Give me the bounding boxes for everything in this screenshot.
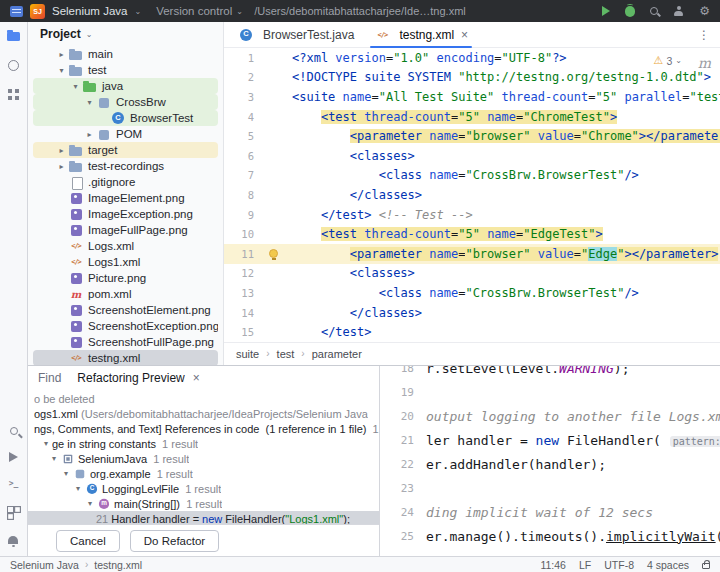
project-item-screenshotelement-png[interactable]: ScreenshotElement.png bbox=[33, 302, 218, 318]
preview-line-21[interactable]: 21ler handler = new FileHandler( pattern… bbox=[380, 428, 720, 452]
chevron-icon[interactable]: ▸ bbox=[55, 146, 68, 155]
chevron-icon[interactable]: ▾ bbox=[69, 82, 82, 91]
refactor-row-8[interactable]: ▾main(String[]) 1 result bbox=[28, 496, 379, 511]
chevron-down-icon[interactable]: ▾ bbox=[48, 454, 60, 463]
project-item-picture-png[interactable]: Picture.png bbox=[33, 270, 218, 286]
services-tool-icon[interactable] bbox=[6, 505, 21, 518]
preview-line-25[interactable]: 25er.manage().timeouts().implicitlyWait(… bbox=[380, 524, 720, 548]
chevron-icon[interactable]: ▾ bbox=[83, 98, 96, 107]
code-line-9[interactable]: 9 </test> <!-- Test --> bbox=[224, 205, 720, 225]
structure-tool-icon[interactable] bbox=[6, 88, 21, 101]
code-line-4[interactable]: 4 <test thread-count="5" name="ChromeTes… bbox=[224, 107, 720, 127]
indent-indicator[interactable]: 4 spaces bbox=[647, 559, 689, 571]
refactor-row-6[interactable]: ▾org.example 1 result bbox=[28, 466, 379, 481]
preview-line-23[interactable]: 23 bbox=[380, 476, 720, 500]
status-breadcrumb-testng-xml[interactable]: testng.xml bbox=[94, 559, 142, 571]
project-name[interactable]: Selenium Java bbox=[52, 5, 127, 17]
close-icon[interactable]: × bbox=[461, 29, 468, 41]
status-breadcrumb-selenium-java[interactable]: Selenium Java bbox=[10, 559, 79, 571]
lock-icon[interactable] bbox=[702, 563, 710, 569]
project-item-logs-xml[interactable]: Logs.xml bbox=[33, 238, 218, 254]
project-item-screenshotexception-png[interactable]: ScreenshotException.png bbox=[33, 318, 218, 334]
debug-button[interactable] bbox=[625, 6, 635, 17]
chevron-icon[interactable]: ▸ bbox=[83, 130, 96, 139]
preview-line-22[interactable]: 22er.addHandler(handler); bbox=[380, 452, 720, 476]
code-preview-pane[interactable]: 18r.setLevel(Level.WARNING);1920output l… bbox=[380, 366, 720, 556]
refactor-row-3[interactable]: ngs, Comments, and Text] References in c… bbox=[28, 421, 379, 436]
chevron-icon[interactable]: ▸ bbox=[55, 50, 68, 59]
chevron-down-icon[interactable]: ▾ bbox=[40, 439, 52, 448]
project-item-logs1-xml[interactable]: Logs1.xml bbox=[33, 254, 218, 270]
project-item-test[interactable]: ▾test bbox=[33, 62, 218, 78]
code-line-5[interactable]: 5 <parameter name="browser" value="Chrom… bbox=[224, 126, 720, 146]
chevron-down-icon[interactable]: ▾ bbox=[72, 484, 84, 493]
chevron-icon[interactable]: ▸ bbox=[55, 162, 68, 171]
code-line-13[interactable]: 13 <class name="CrossBrw.BrowserTest"/> bbox=[224, 283, 720, 303]
avatar-icon[interactable] bbox=[673, 6, 684, 17]
do-refactor-button[interactable]: Do Refactor bbox=[130, 530, 219, 552]
project-tool-icon[interactable] bbox=[6, 29, 21, 42]
project-item-main[interactable]: ▸main bbox=[33, 46, 218, 62]
tab-testng-xml[interactable]: testng.xml× bbox=[364, 22, 478, 47]
breadcrumb-parameter[interactable]: parameter bbox=[312, 348, 362, 360]
refactor-row-1[interactable]: o be deleted bbox=[28, 391, 379, 406]
project-item-java[interactable]: ▾java bbox=[33, 78, 218, 94]
preview-line-18[interactable]: 18r.setLevel(Level.WARNING); bbox=[380, 366, 720, 380]
project-panel-header[interactable]: Project ⌄ bbox=[28, 22, 223, 46]
project-item-target[interactable]: ▸target bbox=[33, 142, 218, 158]
main-menu-icon[interactable] bbox=[10, 6, 23, 17]
project-logo[interactable]: SJ bbox=[30, 4, 45, 19]
refactor-row-9[interactable]: 21 Handler handler = new FileHandler("Lo… bbox=[28, 511, 379, 524]
notifications-icon[interactable] bbox=[6, 535, 21, 548]
chevron-icon[interactable]: ▾ bbox=[55, 66, 68, 75]
code-line-12[interactable]: 12 <classes> bbox=[224, 264, 720, 284]
run-tool-icon[interactable] bbox=[9, 452, 18, 462]
code-line-1[interactable]: 1<?xml version="1.0" encoding="UTF-8"?> bbox=[224, 48, 720, 68]
project-item-browsertest[interactable]: BrowserTest bbox=[33, 110, 218, 126]
breadcrumb-test[interactable]: test bbox=[277, 348, 295, 360]
cancel-button[interactable]: Cancel bbox=[56, 530, 120, 552]
tool-tab-find[interactable]: Find bbox=[38, 371, 61, 385]
run-button[interactable] bbox=[602, 6, 610, 16]
terminal-tool-icon[interactable]: >_ bbox=[9, 479, 19, 488]
line-ending-indicator[interactable]: LF bbox=[579, 559, 591, 571]
vcs-widget[interactable]: Version control⌄ bbox=[156, 5, 243, 17]
find-tool-icon[interactable] bbox=[10, 427, 18, 435]
refactor-row-5[interactable]: ▾SeleniumJava 1 result bbox=[28, 451, 379, 466]
chevron-down-icon[interactable]: ▾ bbox=[60, 469, 72, 478]
code-line-11[interactable]: 11 <parameter name="browser" value="Edge… bbox=[224, 244, 720, 264]
refactor-row-7[interactable]: ▾LoggingLevlFile 1 result bbox=[28, 481, 379, 496]
more-options-icon[interactable]: ⋮ bbox=[688, 28, 720, 42]
preview-line-19[interactable]: 19 bbox=[380, 380, 720, 404]
code-line-8[interactable]: 8 </classes> bbox=[224, 185, 720, 205]
settings-gear-icon[interactable]: ⚙ bbox=[699, 5, 710, 17]
code-line-2[interactable]: 2<!DOCTYPE suite SYSTEM "http://testng.o… bbox=[224, 68, 720, 88]
breadcrumb-suite[interactable]: suite bbox=[236, 348, 259, 360]
close-icon[interactable]: × bbox=[193, 372, 200, 384]
project-item-imagefullpage-png[interactable]: ImageFullPage.png bbox=[33, 222, 218, 238]
preview-line-24[interactable]: 24ding implicit wait of 12 secs bbox=[380, 500, 720, 524]
commit-tool-icon[interactable] bbox=[8, 60, 19, 71]
project-item-pom-xml[interactable]: pom.xml bbox=[33, 286, 218, 302]
project-item-imageelement-png[interactable]: ImageElement.png bbox=[33, 190, 218, 206]
refactor-row-4[interactable]: ▾ge in string constants 1 result bbox=[28, 436, 379, 451]
preview-line-20[interactable]: 20output logging to another file Logs.xm… bbox=[380, 404, 720, 428]
project-item-screenshotfullpage-png[interactable]: ScreenshotFullPage.png bbox=[33, 334, 218, 350]
code-line-7[interactable]: 7 <class name="CrossBrw.BrowserTest"/> bbox=[224, 166, 720, 186]
code-editor[interactable]: 1<?xml version="1.0" encoding="UTF-8"?>2… bbox=[224, 48, 720, 342]
project-item-imageexception-png[interactable]: ImageException.png bbox=[33, 206, 218, 222]
inspections-widget[interactable]: ⚠3⌄ bbox=[650, 53, 686, 68]
intention-bulb-icon[interactable] bbox=[269, 249, 278, 258]
code-line-10[interactable]: 10 <test thread-count="5" name="EdgeTest… bbox=[224, 224, 720, 244]
encoding-indicator[interactable]: UTF-8 bbox=[604, 559, 634, 571]
chevron-down-icon[interactable]: ▾ bbox=[84, 499, 96, 508]
project-item-pom[interactable]: ▸POM bbox=[33, 126, 218, 142]
search-everywhere-icon[interactable] bbox=[650, 7, 658, 15]
code-line-6[interactable]: 6 <classes> bbox=[224, 146, 720, 166]
tool-tab-refactoring-preview[interactable]: Refactoring Preview× bbox=[77, 371, 199, 385]
project-item-crossbrw[interactable]: ▾CrossBrw bbox=[33, 94, 218, 110]
project-item-gitignore[interactable]: .gitignore bbox=[33, 174, 218, 190]
code-line-3[interactable]: 3<suite name="All Test Suite" thread-cou… bbox=[224, 87, 720, 107]
refactor-row-2[interactable]: ogs1.xml (Users/debomitabhattacharjee/Id… bbox=[28, 406, 379, 421]
code-line-14[interactable]: 14 </classes> bbox=[224, 303, 720, 323]
